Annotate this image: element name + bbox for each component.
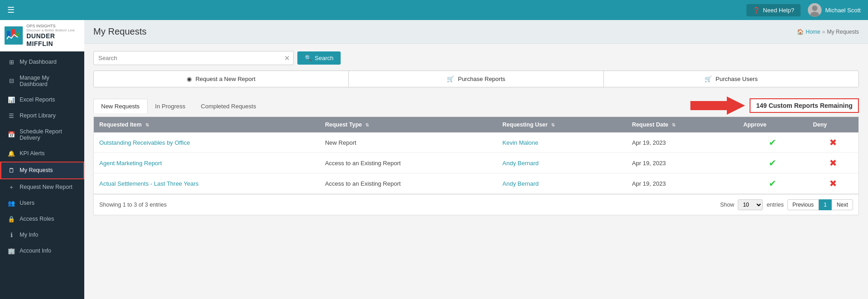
purchase-users-button[interactable]: 🛒 Purchase Users xyxy=(604,71,858,87)
purchase-reports-label: Purchase Reports xyxy=(458,76,505,82)
col-header-requesting-user[interactable]: Requesting User ⇅ xyxy=(497,117,626,132)
sidebar-item-request-new-report[interactable]: + Request New Report xyxy=(0,179,84,195)
approve-cell: ✔ xyxy=(738,173,807,194)
page-title: My Requests xyxy=(93,26,147,37)
sidebar-item-label: Request New Report xyxy=(20,184,72,190)
cart-icon-reports: 🛒 xyxy=(447,76,454,82)
table-header-row: Requested Item ⇅ Request Type ⇅ Requesti… xyxy=(94,117,858,132)
request-type-cell: New Report xyxy=(320,132,497,153)
col-header-request-type[interactable]: Request Type ⇅ xyxy=(320,117,497,132)
tab-new-requests[interactable]: New Requests xyxy=(93,99,148,113)
top-header: ☰ ❓ Need Help? Michael Scott xyxy=(0,0,868,20)
sidebar-item-report-library[interactable]: ☰ Report Library xyxy=(0,108,84,124)
request-date-cell: Apr 19, 2023 xyxy=(627,173,738,194)
requested-item-link[interactable]: Outstanding Receivables by Office xyxy=(99,139,190,146)
main-layout: OPS INSIGHTS Discover a Better Bottom Li… xyxy=(0,20,868,299)
sort-icon-request-type: ⇅ xyxy=(365,122,369,127)
sidebar-item-label: Manage My Dashboard xyxy=(20,75,78,87)
sidebar-item-access-roles[interactable]: 🔒 Access Roles xyxy=(0,211,84,227)
manage-dashboard-icon: ⊟ xyxy=(8,77,15,84)
col-header-request-date[interactable]: Request Date ⇅ xyxy=(627,117,738,132)
schedule-icon: 📅 xyxy=(8,131,15,138)
col-header-approve: Approve xyxy=(738,117,807,132)
content-area: My Requests 🏠 Home » My Requests ✕ 🔍 Sea… xyxy=(84,20,868,299)
sidebar-item-users[interactable]: 👥 Users xyxy=(0,195,84,211)
info-icon: ℹ xyxy=(8,232,15,238)
svg-marker-7 xyxy=(690,96,745,115)
deny-button[interactable]: ✖ xyxy=(829,137,837,147)
entries-label: entries xyxy=(766,202,784,208)
requesting-user-cell: Kevin Malone xyxy=(497,132,626,153)
requesting-user-link[interactable]: Andy Bernard xyxy=(502,180,539,187)
excel-icon: 📊 xyxy=(8,96,15,103)
sidebar-item-label: Report Library xyxy=(20,112,56,119)
sidebar-item-my-info[interactable]: ℹ My Info xyxy=(0,227,84,243)
approve-button[interactable]: ✔ xyxy=(769,137,776,147)
col-header-deny: Deny xyxy=(807,117,858,132)
need-help-button[interactable]: ❓ Need Help? xyxy=(746,4,801,16)
requests-icon: 🗒 xyxy=(8,167,15,174)
sidebar-item-my-requests[interactable]: 🗒 My Requests xyxy=(0,162,84,179)
request-date-cell: Apr 19, 2023 xyxy=(627,132,738,153)
alerts-icon: 🔔 xyxy=(8,150,15,157)
approve-cell: ✔ xyxy=(738,153,807,173)
next-page-button[interactable]: Next xyxy=(832,199,853,210)
requesting-user-link[interactable]: Kevin Malone xyxy=(502,139,538,146)
request-type-cell: Access to an Existing Report xyxy=(320,153,497,173)
showing-text: Showing 1 to 3 of 3 entries xyxy=(99,202,167,208)
svg-point-1 xyxy=(812,5,817,11)
show-select[interactable]: 10 25 50 100 xyxy=(738,199,763,210)
header-right: ❓ Need Help? Michael Scott xyxy=(746,3,861,17)
sidebar-item-account-info[interactable]: 🏢 Account Info xyxy=(0,243,84,259)
requested-item-link[interactable]: Actual Settlements - Last Three Years xyxy=(99,180,199,187)
deny-cell: ✖ xyxy=(807,132,858,153)
sort-icon-requested-item: ⇅ xyxy=(145,122,149,127)
sidebar-logo: OPS INSIGHTS Discover a Better Bottom Li… xyxy=(0,20,84,51)
approve-button[interactable]: ✔ xyxy=(769,178,776,188)
sidebar-item-my-dashboard[interactable]: ⊞ My Dashboard xyxy=(0,54,84,70)
purchase-users-label: Purchase Users xyxy=(715,76,757,82)
sidebar-item-label: My Requests xyxy=(20,167,53,173)
requested-item-cell: Outstanding Receivables by Office xyxy=(94,132,320,153)
lock-icon: 🔒 xyxy=(8,216,15,223)
sidebar-item-excel-reports[interactable]: 📊 Excel Reports xyxy=(0,92,84,108)
tab-in-progress[interactable]: In Progress xyxy=(148,99,193,113)
sidebar-item-label: Users xyxy=(20,200,35,206)
sidebar-item-kpi-alerts[interactable]: 🔔 KPI Alerts xyxy=(0,146,84,162)
requesting-user-cell: Andy Bernard xyxy=(497,173,626,194)
breadcrumb: 🏠 Home » My Requests xyxy=(797,29,859,35)
requested-item-link[interactable]: Agent Marketing Report xyxy=(99,160,162,167)
hamburger-icon[interactable]: ☰ xyxy=(7,5,15,15)
user-info[interactable]: Michael Scott xyxy=(808,3,861,17)
page-1-button[interactable]: 1 xyxy=(819,199,832,210)
search-input-wrap: ✕ xyxy=(93,51,294,65)
deny-button[interactable]: ✖ xyxy=(829,158,837,168)
requested-item-cell: Agent Marketing Report xyxy=(94,153,320,173)
col-header-requested-item[interactable]: Requested Item ⇅ xyxy=(94,117,320,132)
approve-button[interactable]: ✔ xyxy=(769,158,776,168)
tab-completed-requests[interactable]: Completed Requests xyxy=(193,99,264,113)
requested-item-cell: Actual Settlements - Last Three Years xyxy=(94,173,320,194)
purchase-reports-button[interactable]: 🛒 Purchase Reports xyxy=(349,71,604,87)
deny-button[interactable]: ✖ xyxy=(829,178,837,188)
search-clear-button[interactable]: ✕ xyxy=(284,54,290,62)
requesting-user-cell: Andy Bernard xyxy=(497,153,626,173)
user-name: Michael Scott xyxy=(825,7,861,14)
plus-icon: + xyxy=(8,184,15,191)
search-input[interactable] xyxy=(93,51,294,65)
sidebar: OPS INSIGHTS Discover a Better Bottom Li… xyxy=(0,20,84,299)
sidebar-item-schedule-report-delivery[interactable]: 📅 Schedule Report Delivery xyxy=(0,124,84,146)
deny-cell: ✖ xyxy=(807,153,858,173)
custom-reports-count: 149 xyxy=(756,102,766,109)
users-icon: 👥 xyxy=(8,200,15,207)
sidebar-item-label: Access Roles xyxy=(20,216,54,222)
request-new-report-label: Request a New Report xyxy=(195,76,255,82)
tabs: New Requests In Progress Completed Reque… xyxy=(93,99,264,113)
sidebar-item-manage-my-dashboard[interactable]: ⊟ Manage My Dashboard xyxy=(0,70,84,92)
requesting-user-link[interactable]: Andy Bernard xyxy=(502,160,539,167)
table-container: Requested Item ⇅ Request Type ⇅ Requesti… xyxy=(93,117,859,194)
request-new-report-button[interactable]: ◉ Request a New Report xyxy=(94,71,349,87)
search-button[interactable]: 🔍 Search xyxy=(297,51,341,65)
breadcrumb-home[interactable]: Home xyxy=(806,29,820,35)
previous-page-button[interactable]: Previous xyxy=(787,199,819,210)
